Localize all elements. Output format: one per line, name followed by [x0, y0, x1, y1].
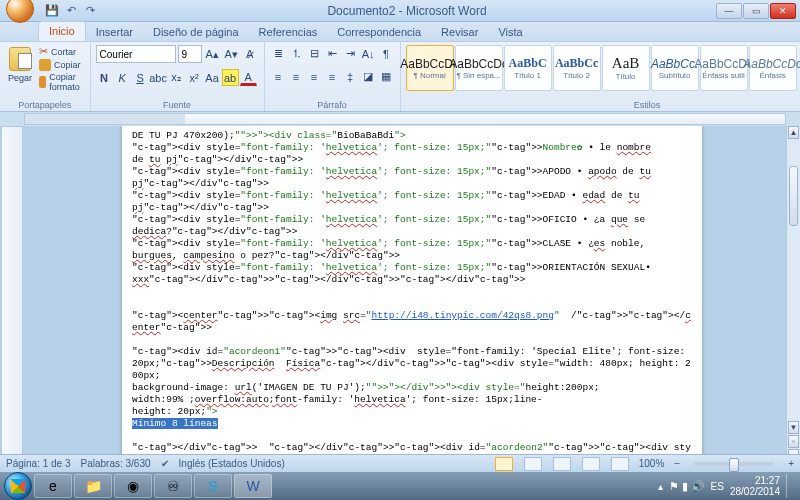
- style-item-1[interactable]: AaBbCcDc¶ Sin espa...: [455, 45, 503, 91]
- scroll-thumb[interactable]: [789, 166, 798, 226]
- start-button[interactable]: [4, 472, 32, 500]
- style-item-7[interactable]: AaBbCcDcÉnfasis: [749, 45, 797, 91]
- text-effect-button[interactable]: Aa: [204, 69, 221, 86]
- qat-redo-icon[interactable]: ↷: [82, 3, 98, 19]
- show-marks-button[interactable]: ¶: [378, 45, 395, 62]
- italic-button[interactable]: K: [114, 69, 131, 86]
- scrollbar-vertical[interactable]: ▲ ▼ ◦ ▾: [786, 126, 800, 462]
- style-item-3[interactable]: AaBbCcTítulo 2: [553, 45, 601, 91]
- style-item-5[interactable]: AaBbCc.Subtítulo: [651, 45, 699, 91]
- tab-diseno[interactable]: Diseño de página: [143, 23, 249, 41]
- borders-button[interactable]: ▦: [378, 68, 395, 85]
- strike-button[interactable]: abc: [150, 69, 167, 86]
- subscript-button[interactable]: x₂: [168, 69, 185, 86]
- taskbar-skype[interactable]: S: [194, 474, 232, 498]
- tray-show-hidden-icon[interactable]: ▴: [658, 481, 663, 492]
- tab-vista[interactable]: Vista: [488, 23, 532, 41]
- minimize-button[interactable]: —: [716, 3, 742, 19]
- ruler-vertical[interactable]: [1, 126, 23, 462]
- tray-action-center-icon[interactable]: ⚑: [669, 480, 679, 493]
- taskbar-word[interactable]: W: [234, 474, 272, 498]
- maximize-button[interactable]: ▭: [743, 3, 769, 19]
- shading-button[interactable]: ◪: [360, 68, 377, 85]
- zoom-level[interactable]: 100%: [639, 458, 665, 469]
- status-proof-icon[interactable]: ✔: [161, 458, 169, 469]
- taskbar-explorer[interactable]: 📁: [74, 474, 112, 498]
- ruler-horizontal-area: [0, 112, 800, 126]
- superscript-button[interactable]: x²: [186, 69, 203, 86]
- status-words[interactable]: Palabras: 3/630: [81, 458, 151, 469]
- bullets-button[interactable]: ≣: [270, 45, 287, 62]
- tray-network-icon[interactable]: ▮: [682, 480, 688, 493]
- group-clipboard-label: Portapapeles: [5, 99, 85, 110]
- office-button[interactable]: [6, 0, 34, 23]
- zoom-in-button[interactable]: +: [788, 458, 794, 469]
- bold-button[interactable]: N: [96, 69, 113, 86]
- scroll-up-button[interactable]: ▲: [788, 126, 799, 139]
- sort-button[interactable]: A↓: [360, 45, 377, 62]
- style-item-4[interactable]: AaBTítulo: [602, 45, 650, 91]
- line-spacing-button[interactable]: ‡: [342, 68, 359, 85]
- tab-correspondencia[interactable]: Correspondencia: [327, 23, 431, 41]
- grow-font-icon[interactable]: A▴: [204, 46, 221, 63]
- qat-save-icon[interactable]: 💾: [44, 3, 60, 19]
- document-scroll[interactable]: DE TU PJ 470x200);"">>"><div class="BioB…: [24, 126, 800, 462]
- view-web-layout-button[interactable]: [553, 457, 571, 471]
- ruler-horizontal[interactable]: [24, 113, 786, 125]
- style-gallery[interactable]: AaBbCcDc¶ NormalAaBbCcDc¶ Sin espa...AaB…: [406, 45, 797, 91]
- highlight-button[interactable]: ab: [222, 69, 239, 86]
- underline-button[interactable]: S: [132, 69, 149, 86]
- view-draft-button[interactable]: [611, 457, 629, 471]
- taskbar-ie[interactable]: e: [34, 474, 72, 498]
- document-area: DE TU PJ 470x200);"">>"><div class="BioB…: [0, 126, 800, 462]
- copy-label: Copiar: [54, 60, 81, 70]
- style-item-0[interactable]: AaBbCcDc¶ Normal: [406, 45, 454, 91]
- style-item-2[interactable]: AaBbCTítulo 1: [504, 45, 552, 91]
- prev-page-button[interactable]: ◦: [788, 435, 799, 448]
- cut-button[interactable]: ✂Cortar: [39, 45, 85, 58]
- align-right-button[interactable]: ≡: [306, 68, 323, 85]
- view-full-screen-button[interactable]: [524, 457, 542, 471]
- tray-language[interactable]: ES: [711, 481, 724, 492]
- status-bar: Página: 1 de 3 Palabras: 3/630 ✔ Inglés …: [0, 454, 800, 472]
- tray-clock[interactable]: 21:27 28/02/2014: [730, 475, 780, 497]
- taskbar-ares[interactable]: ♾: [154, 474, 192, 498]
- indent-dec-button[interactable]: ⇤: [324, 45, 341, 62]
- taskbar-chrome[interactable]: ◉: [114, 474, 152, 498]
- tray-date: 28/02/2014: [730, 486, 780, 497]
- tab-inicio[interactable]: Inicio: [38, 21, 86, 41]
- zoom-out-button[interactable]: −: [674, 458, 680, 469]
- view-print-layout-button[interactable]: [495, 457, 513, 471]
- copy-button[interactable]: Copiar: [39, 59, 85, 71]
- font-name-combo[interactable]: Courier: [96, 45, 176, 63]
- multilevel-button[interactable]: ⊟: [306, 45, 323, 62]
- style-item-6[interactable]: AaBbCcDcÉnfasis sutil: [700, 45, 748, 91]
- view-outline-button[interactable]: [582, 457, 600, 471]
- align-left-button[interactable]: ≡: [270, 68, 287, 85]
- tray-volume-icon[interactable]: 🔊: [691, 480, 705, 493]
- zoom-slider[interactable]: [694, 462, 774, 466]
- font-size-combo[interactable]: 9: [178, 45, 202, 63]
- close-button[interactable]: ✕: [770, 3, 796, 19]
- scroll-down-button[interactable]: ▼: [788, 421, 799, 434]
- font-color-button[interactable]: A: [240, 69, 257, 86]
- status-language[interactable]: Inglés (Estados Unidos): [179, 458, 285, 469]
- tab-revisar[interactable]: Revisar: [431, 23, 488, 41]
- paste-button[interactable]: Pegar: [5, 45, 35, 85]
- align-center-button[interactable]: ≡: [288, 68, 305, 85]
- document-page[interactable]: DE TU PJ 470x200);"">>"><div class="BioB…: [122, 126, 702, 462]
- tab-referencias[interactable]: Referencias: [249, 23, 328, 41]
- justify-button[interactable]: ≡: [324, 68, 341, 85]
- system-tray: ▴ ⚑ ▮ 🔊 ES 21:27 28/02/2014: [658, 474, 796, 498]
- clear-format-icon[interactable]: A̷: [242, 46, 259, 63]
- tab-insertar[interactable]: Insertar: [86, 23, 143, 41]
- tray-time: 21:27: [730, 475, 780, 486]
- shrink-font-icon[interactable]: A▾: [223, 46, 240, 63]
- show-desktop-button[interactable]: [786, 474, 792, 498]
- qat-undo-icon[interactable]: ↶: [63, 3, 79, 19]
- numbering-button[interactable]: ⒈: [288, 45, 305, 62]
- taskbar: e 📁 ◉ ♾ S W ▴ ⚑ ▮ 🔊 ES 21:27 28/02/2014: [0, 472, 800, 500]
- indent-inc-button[interactable]: ⇥: [342, 45, 359, 62]
- status-page[interactable]: Página: 1 de 3: [6, 458, 71, 469]
- format-painter-button[interactable]: Copiar formato: [39, 72, 85, 92]
